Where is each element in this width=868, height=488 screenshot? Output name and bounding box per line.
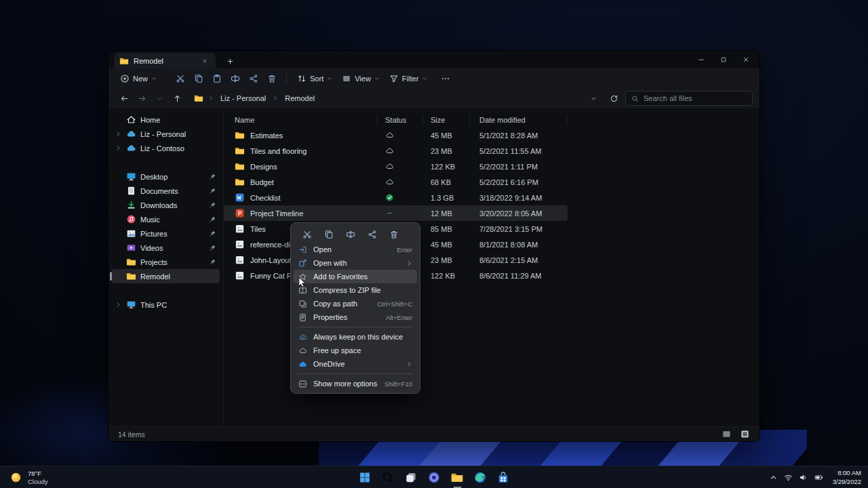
tab-remodel[interactable]: Remodel	[114, 53, 216, 68]
view-label: View	[355, 75, 371, 83]
file-name-cell: Estimates	[224, 130, 377, 140]
sidebar-item-label: Home	[140, 116, 216, 124]
sidebar-item-pictures[interactable]: Pictures	[112, 226, 220, 241]
openwith-icon	[298, 259, 307, 268]
chevron-right-icon	[115, 188, 122, 195]
paste-button[interactable]	[208, 70, 226, 87]
scissors-button[interactable]	[302, 229, 313, 240]
column-header-status[interactable]: Status	[377, 115, 424, 125]
rename-button[interactable]	[345, 229, 356, 240]
file-row-designs[interactable]: Designs122 KB5/2/2021 1:11 PM	[224, 159, 568, 174]
menu-item-show-more-options[interactable]: Show more optionsShift+F10	[294, 377, 417, 390]
menu-item-free-up-space[interactable]: Free up space	[294, 344, 417, 357]
sidebar-item-liz-contoso[interactable]: Liz - Contoso	[112, 141, 220, 155]
file-date-modified: 8/1/2021 8:08 AM	[470, 241, 568, 249]
store-button[interactable]	[494, 468, 513, 487]
forward-button[interactable]	[133, 90, 151, 106]
sidebar-item-label: Liz - Personal	[140, 130, 216, 138]
sidebar-item-music[interactable]: Music	[112, 212, 220, 226]
folder-icon	[235, 161, 245, 171]
close-button[interactable]	[734, 51, 757, 68]
maximize-button[interactable]	[712, 51, 734, 68]
network-button[interactable]	[784, 473, 793, 482]
breadcrumb-liz-personal[interactable]: Liz - Personal	[218, 93, 268, 104]
task-view-button[interactable]	[402, 468, 420, 487]
file-size: 1.3 GB	[424, 194, 470, 202]
start-button[interactable]	[356, 468, 374, 487]
sidebar-item-liz-personal[interactable]: Liz - Personal	[112, 127, 220, 141]
sidebar-item-label: Remodel	[140, 272, 216, 281]
back-button[interactable]	[115, 90, 133, 106]
share-button[interactable]	[367, 229, 378, 240]
view-button[interactable]: View	[337, 71, 384, 86]
breadcrumb-remodel[interactable]: Remodel	[283, 93, 317, 104]
sidebar-item-projects[interactable]: Projects	[112, 255, 220, 269]
sidebar-item-remodel[interactable]: Remodel	[112, 269, 220, 283]
address-dropdown-button[interactable]	[585, 90, 602, 106]
share-button[interactable]	[244, 70, 262, 87]
column-header-name[interactable]: Name	[224, 115, 377, 125]
column-header-size[interactable]: Size	[424, 115, 470, 125]
context-menu-quick-actions	[294, 226, 417, 243]
delete-button[interactable]	[262, 70, 281, 87]
menu-item-open[interactable]: OpenEnter	[294, 243, 417, 256]
sort-button[interactable]: Sort	[292, 71, 337, 86]
menu-item-properties[interactable]: PropertiesAlt+Enter	[294, 310, 417, 324]
tray-overflow-button[interactable]	[769, 473, 778, 482]
menu-item-onedrive[interactable]: OneDrive	[294, 357, 417, 371]
file-status-cell	[377, 162, 424, 171]
search-input[interactable]: Search all files	[625, 91, 753, 106]
see-more-button[interactable]	[436, 70, 454, 87]
file-name: Checklist	[250, 194, 281, 202]
battery-button[interactable]	[814, 473, 824, 482]
menu-item-label: Properties	[313, 313, 380, 321]
sidebar-item-label: Documents	[140, 187, 205, 195]
mouse-cursor	[296, 277, 308, 288]
new-button[interactable]: New	[115, 71, 161, 86]
search-button[interactable]	[379, 468, 397, 487]
file-row-budget[interactable]: Budget68 KB5/2/2021 6:16 PM	[224, 174, 568, 190]
up-button[interactable]	[168, 90, 186, 106]
edge-button[interactable]	[471, 468, 490, 487]
file-row-project-timeline[interactable]: Project Timeline12 MB3/20/2022 8:05 AM	[224, 205, 568, 221]
weather-widget[interactable]: 78°F Cloudy	[9, 466, 48, 488]
menu-item-compress-to-zip-file[interactable]: Compress to ZIP file	[294, 283, 417, 297]
copy-button[interactable]	[323, 229, 334, 240]
sidebar-item-home[interactable]: Home	[112, 113, 220, 127]
refresh-button[interactable]	[605, 90, 623, 106]
sidebar-item-this-pc[interactable]: This PC	[112, 298, 220, 312]
sidebar-item-documents[interactable]: Documents	[112, 184, 220, 198]
new-tab-button[interactable]	[224, 55, 236, 67]
chevron-right-icon	[115, 131, 122, 138]
file-size: 68 KB	[424, 178, 470, 186]
menu-item-always-keep-on-this-device[interactable]: Always keep on this device	[294, 330, 417, 344]
large-icons-view-button[interactable]	[740, 429, 750, 439]
details-view-button[interactable]	[722, 429, 732, 439]
maximize-icon	[720, 56, 727, 63]
rename-button[interactable]	[226, 70, 244, 87]
file-name-cell: Tiles and flooring	[224, 146, 377, 156]
file-row-estimates[interactable]: Estimates45 MB5/1/2021 8:28 AM	[224, 127, 568, 143]
file-row-tiles-and-flooring[interactable]: Tiles and flooring23 MB5/2/2021 11:55 AM	[224, 143, 568, 159]
cut-button[interactable]	[171, 70, 189, 87]
recent-locations-button[interactable]	[151, 90, 168, 106]
sidebar-item-desktop[interactable]: Desktop	[112, 169, 220, 184]
volume-button[interactable]	[799, 473, 808, 482]
filter-button[interactable]: Filter	[384, 71, 432, 86]
menu-item-copy-as-path[interactable]: Copy as pathCtrl+Shift+C	[294, 297, 417, 310]
column-header-date-modified[interactable]: Date modified	[470, 115, 568, 125]
copy-button[interactable]	[189, 70, 208, 87]
music-icon	[126, 214, 136, 224]
file-row-checklist[interactable]: Checklist1.3 GB3/18/2022 9:14 AM	[224, 190, 568, 205]
tab-close-button[interactable]	[199, 56, 210, 66]
sidebar-item-downloads[interactable]: Downloads	[112, 198, 220, 212]
menu-item-add-to-favorites[interactable]: Add to Favorites	[294, 270, 417, 283]
trash-button[interactable]	[389, 229, 399, 240]
cortana-button[interactable]	[425, 468, 443, 487]
clock[interactable]: 8:00 AM 3/29/2022	[833, 469, 861, 486]
sidebar-item-videos[interactable]: Videos	[112, 241, 220, 255]
file-explorer-button[interactable]	[448, 468, 467, 487]
minimize-button[interactable]	[690, 51, 712, 68]
onedrive-icon	[298, 360, 307, 369]
menu-item-open-with[interactable]: Open with	[294, 256, 417, 270]
